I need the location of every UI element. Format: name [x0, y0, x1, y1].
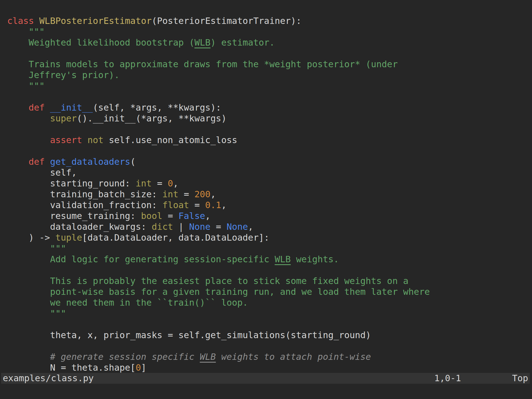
code-line: class WLBPosteriorEstimator(PosteriorEst…: [7, 16, 430, 26]
code-token: WLBPosteriorEstimator: [39, 16, 152, 26]
code-line: [7, 146, 430, 156]
status-filename: examples/class.py: [3, 373, 94, 384]
code-line: self,: [7, 167, 430, 178]
code-line: assert not self.use_non_atomic_loss: [7, 135, 430, 146]
code-token: weights to attach point-wise: [216, 351, 371, 362]
code-token: self,: [7, 167, 77, 178]
code-token: self.use_non_atomic_loss: [104, 135, 237, 145]
code-line: [7, 91, 430, 102]
code-line: def get_dataloaders(: [7, 156, 430, 167]
code-line: dataloader_kwargs: dict | None = None,: [7, 221, 430, 232]
code-line: [7, 341, 430, 351]
code-token: """: [7, 308, 66, 319]
code-token: validation_fraction:: [7, 200, 162, 210]
code-token: False: [179, 211, 205, 221]
code-line: [7, 124, 430, 135]
code-token: 0: [135, 362, 141, 373]
code-token: ]: [141, 362, 146, 373]
code-line: resume_training: bool = False,: [7, 211, 430, 221]
code-token: N = theta.shape[: [7, 362, 135, 373]
code-token: ,: [248, 221, 253, 232]
code-token: 0: [168, 178, 173, 189]
code-token: WLB: [275, 254, 291, 265]
code-token: (PosteriorEstimatorTrainer):: [152, 16, 301, 26]
code-token: ) estimator.: [210, 37, 275, 48]
code-token: __init__: [50, 102, 93, 113]
code-token: bool: [141, 211, 162, 221]
code-line: """: [7, 243, 430, 254]
code-token: WLB: [194, 37, 210, 48]
code-token: |: [173, 221, 189, 232]
code-line: """: [7, 308, 430, 319]
code-token: resume_training:: [7, 211, 141, 221]
code-line: we need them in the ``train()`` loop.: [7, 297, 430, 308]
status-bar: examples/class.py 1,0-1 Top: [1, 373, 530, 384]
code-token: class: [7, 16, 34, 26]
code-token: [7, 156, 29, 167]
code-token: tuple: [55, 232, 82, 243]
code-token: [data.DataLoader, data.DataLoader]:: [82, 232, 269, 243]
code-line: training_batch_size: int = 200,: [7, 189, 430, 200]
code-token: get_dataloaders: [50, 156, 130, 167]
code-line: Add logic for generating session-specifi…: [7, 254, 430, 265]
code-token: [7, 102, 29, 113]
code-token: Add logic for generating session-specifi…: [7, 254, 275, 265]
code-token: Jeffrey's prior).: [7, 70, 120, 80]
code-token: None: [227, 221, 248, 232]
status-scroll-position: Top: [512, 373, 528, 384]
code-token: Trains models to approximate draws from …: [7, 59, 398, 69]
code-token: [45, 102, 50, 113]
code-token: # generate session specific: [7, 351, 200, 362]
code-token: def: [29, 156, 45, 167]
code-token: =: [152, 178, 168, 189]
code-token: ) ->: [7, 232, 55, 243]
code-line: [7, 319, 430, 330]
code-token: theta, x, prior_masks = self.get_simulat…: [7, 330, 371, 340]
code-line: super().__init__(*args, **kwargs): [7, 113, 430, 124]
code-token: ,: [173, 178, 178, 189]
code-token: [82, 135, 87, 145]
code-line: # generate session specific WLB weights …: [7, 351, 430, 362]
code-token: 0.1: [205, 200, 221, 210]
code-token: Weighted likelihood bootstrap (: [7, 37, 194, 48]
code-token: ,: [205, 211, 210, 221]
code-line: [7, 265, 430, 276]
code-token: =: [210, 221, 227, 232]
code-token: 200: [194, 189, 210, 200]
code-token: """: [7, 26, 45, 37]
code-line: starting_round: int = 0,: [7, 178, 430, 189]
code-token: [7, 113, 50, 124]
code-area[interactable]: class WLBPosteriorEstimator(PosteriorEst…: [0, 0, 430, 373]
code-token: WLB: [200, 351, 216, 362]
code-token: def: [29, 102, 45, 113]
code-token: we need them in the ``train()`` loop.: [7, 297, 248, 308]
code-token: dict: [152, 221, 173, 232]
code-token: ,: [210, 189, 216, 200]
code-token: [45, 156, 50, 167]
code-token: =: [162, 211, 179, 221]
code-token: not: [87, 135, 104, 145]
code-line: """: [7, 26, 430, 37]
code-token: """: [7, 81, 45, 91]
code-token: ,: [221, 200, 227, 210]
code-token: (self, *args, **kwargs):: [93, 102, 221, 113]
code-token: assert: [50, 135, 82, 145]
code-token: weights.: [291, 254, 339, 265]
code-line: Trains models to approximate draws from …: [7, 59, 430, 70]
code-line: Weighted likelihood bootstrap (WLB) esti…: [7, 37, 430, 48]
code-line: def __init__(self, *args, **kwargs):: [7, 102, 430, 113]
code-token: ().__init__(*args, **kwargs): [77, 113, 226, 124]
code-line: ) -> tuple[data.DataLoader, data.DataLoa…: [7, 232, 430, 243]
code-token: dataloader_kwargs:: [7, 221, 152, 232]
code-token: super: [50, 113, 77, 124]
code-line: theta, x, prior_masks = self.get_simulat…: [7, 330, 430, 341]
code-line: [7, 48, 430, 59]
code-token: float: [162, 200, 189, 210]
code-token: None: [189, 221, 210, 232]
code-token: training_batch_size:: [7, 189, 162, 200]
code-token: int: [162, 189, 179, 200]
code-line: Jeffrey's prior).: [7, 70, 430, 81]
code-token: This is probably the easiest place to st…: [7, 276, 408, 286]
code-token: =: [189, 200, 205, 210]
status-cursor-position: 1,0-1: [434, 373, 461, 384]
